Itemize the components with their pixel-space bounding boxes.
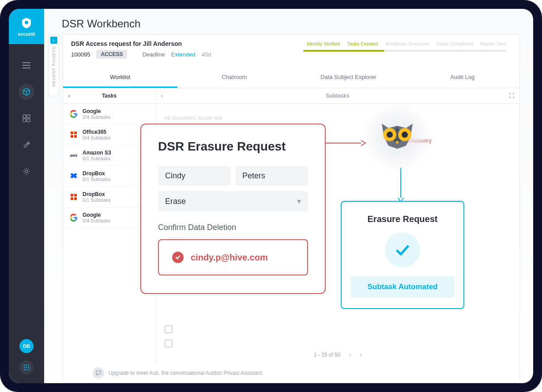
aws-icon: aws	[69, 151, 78, 160]
tasks-header: ‹ Tasks	[63, 88, 155, 104]
svg-rect-20	[74, 194, 77, 196]
subtasks-header: ‹ Subtasks ⛶	[156, 88, 519, 104]
owl-assistant	[362, 102, 433, 172]
brand-logo[interactable]: securiti	[9, 9, 44, 44]
google-icon	[69, 109, 78, 118]
cube-icon[interactable]	[19, 84, 34, 100]
svg-point-6	[24, 365, 25, 366]
task-name: DropBox	[83, 191, 111, 197]
svg-rect-15	[71, 132, 73, 134]
dashboard-icon[interactable]	[19, 110, 34, 126]
svg-point-8	[28, 365, 30, 366]
task-subcount: 2/4 Subtasks	[83, 218, 111, 223]
page-next-icon[interactable]: ›	[360, 352, 361, 358]
deadline-status: Extended	[171, 51, 196, 58]
svg-rect-19	[71, 194, 73, 196]
svg-point-10	[26, 367, 27, 368]
step-tasks: Tasks Created	[347, 41, 378, 46]
gear-icon[interactable]	[19, 163, 34, 179]
dropbox-icon	[69, 172, 78, 181]
upgrade-bar[interactable]: Upgrade to meet Auti, the conversational…	[79, 363, 533, 383]
task-subcount: 2/4 Subtasks	[83, 114, 111, 120]
success-circle	[385, 232, 420, 268]
tabs: Worklist Chatroom Data Subject Explorer …	[63, 68, 519, 88]
step-identity: Identity Verified	[307, 41, 340, 46]
chat-icon[interactable]	[93, 367, 104, 379]
confirm-email: cindy.p@hive.com	[191, 253, 268, 263]
svg-rect-3	[23, 119, 26, 122]
ticket-type-badge: ACCESS	[96, 50, 127, 59]
svg-point-5	[25, 170, 28, 173]
task-subcount: 0/4 Subtasks	[83, 135, 111, 140]
svg-point-12	[24, 369, 25, 370]
step-workflows: Workflows Executed	[385, 41, 429, 46]
page-title: DSR Workbench	[62, 18, 516, 30]
result-banner: Subtask Automated	[350, 276, 455, 298]
svg-point-11	[28, 367, 30, 368]
task-subcount: 0/1 Subtasks	[83, 156, 111, 161]
owl-icon	[375, 117, 419, 157]
chevron-left-icon[interactable]: ‹	[161, 93, 163, 99]
svg-point-9	[24, 367, 25, 368]
step-completed: Tasks Completed	[436, 41, 473, 46]
task-subcount: 0/1 Subtasks	[83, 197, 111, 203]
progress-steps: Identity Verified Tasks Created Workflow…	[307, 41, 506, 46]
modal-title: DSR Erasure Request	[158, 139, 308, 154]
svg-rect-22	[74, 197, 77, 200]
page-prev-icon[interactable]: ‹	[349, 352, 351, 358]
tab-audit[interactable]: Audit Log	[406, 68, 520, 88]
checkbox-icon[interactable]	[165, 339, 173, 347]
menu-icon[interactable]	[19, 57, 34, 73]
office-icon	[69, 130, 78, 139]
pager: 1 - 25 of 50 ‹ ›	[314, 352, 362, 358]
confirm-box[interactable]: cindy.p@hive.com	[158, 239, 308, 275]
arrow-down-icon	[396, 168, 405, 203]
checkbox-icon[interactable]	[165, 325, 173, 333]
svg-point-14	[28, 369, 30, 370]
svg-rect-4	[27, 119, 30, 122]
chevron-down-icon: ▾	[297, 196, 301, 206]
task-name: Amazon S3	[83, 150, 111, 156]
task-name: Google	[83, 212, 111, 218]
step-report: Report Sent	[480, 41, 506, 46]
wrench-icon[interactable]	[19, 137, 34, 153]
ticket-id: 100095	[71, 51, 90, 58]
recent-tickets-tab[interactable]: › RECENT TICKETS	[49, 34, 59, 96]
deadline-days: 45d	[202, 51, 211, 58]
task-subcount: 0/1 Subtasks	[83, 177, 111, 182]
svg-point-0	[25, 21, 28, 24]
svg-rect-18	[74, 135, 77, 138]
svg-rect-21	[71, 197, 73, 200]
progress-bar	[303, 50, 506, 52]
tab-chatroom[interactable]: Chatroom	[177, 68, 292, 88]
erasure-request-modal: DSR Erasure Request Cindy Peters Erase ▾…	[140, 124, 326, 294]
recent-label: RECENT TICKETS	[52, 46, 56, 87]
svg-rect-2	[27, 115, 30, 118]
svg-point-27	[402, 132, 408, 138]
expand-icon[interactable]: ⛶	[509, 93, 514, 99]
side-nav: securiti DB	[9, 9, 44, 383]
checkbox-row[interactable]	[165, 325, 511, 333]
tab-explorer[interactable]: Data Subject Explorer	[291, 68, 406, 88]
arrow-right-icon	[322, 139, 366, 147]
task-name: Google	[83, 108, 111, 114]
brand-name: securiti	[18, 31, 35, 37]
svg-rect-16	[74, 132, 77, 134]
logo-icon	[20, 16, 33, 30]
result-modal: Erasure Request Subtask Automated	[341, 201, 464, 309]
user-avatar[interactable]: DB	[19, 339, 34, 353]
last-name-field[interactable]: Peters	[235, 166, 308, 186]
task-item[interactable]: Google 2/4 Subtasks	[63, 104, 155, 124]
deadline-label: Deadline	[142, 51, 165, 58]
chevron-right-icon[interactable]: ›	[50, 37, 57, 44]
check-icon	[394, 241, 411, 259]
checkbox-row[interactable]	[165, 339, 511, 347]
apps-icon[interactable]	[19, 360, 34, 374]
check-circle-icon	[172, 252, 184, 263]
result-title: Erasure Request	[350, 214, 455, 224]
svg-point-7	[26, 365, 27, 366]
first-name-field[interactable]: Cindy	[158, 166, 231, 186]
action-select[interactable]: Erase ▾	[158, 191, 308, 211]
chevron-left-icon[interactable]: ‹	[68, 93, 70, 99]
tab-worklist[interactable]: Worklist	[63, 68, 177, 88]
